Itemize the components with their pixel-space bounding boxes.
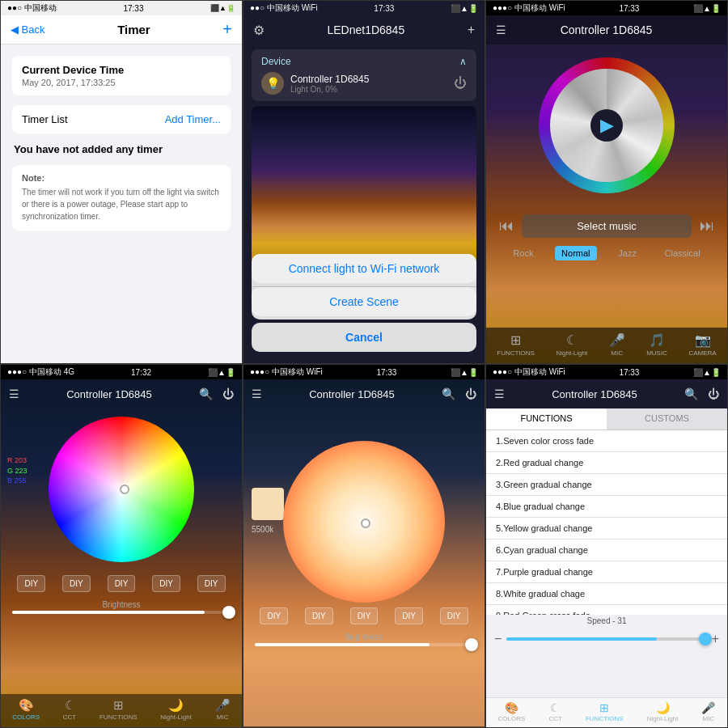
diy-btn-5[interactable]: DIY	[197, 575, 226, 592]
add-button[interactable]: +	[222, 20, 232, 39]
menu-icon-5[interactable]: ☰	[252, 387, 262, 400]
diy-btn-5-4[interactable]: DIY	[395, 607, 423, 624]
slider-thumb-4[interactable]	[222, 606, 235, 619]
genre-normal[interactable]: Normal	[555, 246, 596, 260]
power-icon-4[interactable]: ⏻	[222, 387, 234, 400]
tab-functions[interactable]: FUNCTIONS	[486, 408, 607, 430]
device-info: Controller 1D6845 Light On, 0%	[290, 74, 369, 94]
status-time-1: 17:33	[123, 4, 143, 13]
status-left-5: ●●●○ 中国移动 WiFi	[250, 366, 323, 378]
nav-mic-6[interactable]: 🎤 MIC	[701, 701, 715, 722]
phone-functions: ●●●○ 中国移动 WiFi 17:33 ⬛▲🔋 ☰ Controller 1D…	[485, 364, 728, 728]
connect-wifi-button[interactable]: Connect light to Wi-Fi network	[252, 254, 476, 283]
nav-cct-6[interactable]: ☾ CCT	[548, 701, 561, 722]
search-icon-6[interactable]: 🔍	[684, 387, 698, 400]
nav-night-light[interactable]: ☾ Night-Light	[556, 332, 587, 357]
speed-plus-button[interactable]: +	[712, 632, 719, 646]
speed-thumb[interactable]	[699, 633, 712, 645]
search-icon-4[interactable]: 🔍	[199, 387, 213, 400]
function-item-9[interactable]: 9.Red Green cross fade	[486, 605, 727, 615]
status-right-5: ⬛▲🔋	[451, 368, 478, 377]
power-icon-6[interactable]: ⏻	[708, 387, 719, 400]
nav-cct[interactable]: ☾ CCT	[63, 698, 76, 721]
nav-functions-6[interactable]: ⊞ FUNCTIONS	[586, 701, 624, 722]
brightness-slider-4[interactable]	[12, 611, 231, 614]
status-left-1: ●●○ 中国移动	[7, 2, 57, 14]
cct-circle-container	[243, 441, 485, 603]
tab-customs[interactable]: CUSTOMS	[607, 408, 727, 430]
genre-tabs: Rock Normal Jazz Classical	[486, 243, 727, 264]
status-bar-3: ●●●○ 中国移动 WiFi 17:33 ⬛▲🔋	[486, 1, 727, 15]
music-icon: 🎵	[649, 332, 665, 348]
functions-bottom-nav: 🎨 COLORS ☾ CCT ⊞ FUNCTIONS 🌙 Night-Light…	[486, 697, 727, 727]
status-right-2: ⬛▲🔋	[451, 4, 478, 13]
disc-container: ▶	[486, 44, 727, 206]
diy-btn-4[interactable]: DIY	[152, 575, 180, 592]
menu-icon-6[interactable]: ☰	[494, 387, 505, 400]
status-left-6: ●●●○ 中国移动 WiFi	[493, 366, 565, 378]
function-item-8[interactable]: 8.White gradual chage	[486, 583, 727, 605]
add-timer-link[interactable]: Add Timer...	[165, 113, 221, 125]
cct-circle[interactable]	[283, 441, 445, 603]
select-music-button[interactable]: Select music	[522, 214, 692, 238]
nav-mic[interactable]: 🎤 MIC	[609, 332, 625, 357]
diy-btn-1[interactable]: DIY	[17, 575, 45, 592]
diy-btn-2[interactable]: DIY	[62, 575, 91, 592]
genre-classical[interactable]: Classical	[658, 246, 707, 260]
genre-jazz[interactable]: Jazz	[612, 246, 643, 260]
cancel-button[interactable]: Cancel	[252, 323, 476, 352]
function-item-6[interactable]: 6.Cyan gradual change	[486, 540, 727, 561]
nav-night-4[interactable]: 🌙 Night-Light	[160, 698, 192, 721]
diy-btn-5-5[interactable]: DIY	[440, 607, 468, 624]
function-item-7[interactable]: 7.Purple gradual change	[486, 561, 727, 583]
settings-icon[interactable]: ⚙	[253, 23, 265, 38]
modal-actions: Connect light to Wi-Fi network Create Sc…	[252, 254, 476, 320]
nav-icons-6: 🔍 ⏻	[684, 387, 719, 400]
function-item-3[interactable]: 3.Green gradual change	[486, 474, 727, 496]
brightness-row-5: Brightness	[243, 629, 485, 650]
speed-slider[interactable]	[506, 637, 706, 641]
search-icon-5[interactable]: 🔍	[442, 387, 455, 400]
diy-btn-3[interactable]: DIY	[108, 575, 136, 592]
power-button[interactable]: ⏻	[454, 76, 467, 91]
nav-colors[interactable]: 🎨 COLORS	[12, 698, 40, 721]
plus-icon[interactable]: +	[468, 23, 475, 37]
device-time-section: Current Device Time May 20, 2017, 17:33:…	[12, 56, 231, 95]
timer-nav-title: Timer	[117, 23, 150, 36]
wheel-cursor[interactable]	[120, 485, 129, 494]
power-icon-5[interactable]: ⏻	[465, 387, 476, 400]
rewind-button[interactable]: ⏮	[499, 218, 514, 235]
chevron-up-icon[interactable]: ∧	[459, 56, 467, 67]
function-item-1[interactable]: 1.Seven color cross fade	[486, 430, 727, 452]
device-header: Device ∧	[261, 56, 467, 67]
back-button[interactable]: ◀ Back	[11, 23, 45, 36]
function-item-4[interactable]: 4.Blue gradual change	[486, 496, 727, 518]
cct-cursor[interactable]	[361, 518, 370, 528]
phone-led: ●●○ 中国移动 WiFi 17:33 ⬛▲🔋 ⚙ LEDnet1D6845 +…	[243, 0, 485, 364]
function-item-2[interactable]: 2.Red gradual change	[486, 452, 727, 474]
genre-rock[interactable]: Rock	[506, 246, 540, 260]
nav-camera[interactable]: 📷 CAMERA	[688, 332, 716, 357]
diy-btn-5-2[interactable]: DIY	[305, 607, 333, 624]
play-button[interactable]: ▶	[590, 109, 623, 142]
diy-btn-5-1[interactable]: DIY	[260, 607, 288, 624]
nav-mic-4[interactable]: 🎤 MIC	[215, 698, 231, 721]
create-scene-button[interactable]: Create Scene	[252, 287, 476, 316]
speed-minus-button[interactable]: −	[494, 632, 502, 646]
note-section: Note: The timer will not work if you tur…	[12, 165, 231, 231]
nav-colors-6[interactable]: 🎨 COLORS	[498, 701, 526, 722]
diy-btn-5-3[interactable]: DIY	[350, 607, 379, 624]
color-wheel[interactable]	[49, 417, 194, 562]
nav-night-6[interactable]: 🌙 Night-Light	[647, 701, 679, 722]
function-item-5[interactable]: 5.Yellow gradual change	[486, 518, 727, 540]
menu-icon[interactable]: ☰	[496, 23, 506, 36]
nav-functions[interactable]: ⊞ FUNCTIONS	[497, 332, 535, 357]
brightness-slider-5[interactable]	[255, 643, 473, 646]
nav-functions-4[interactable]: ⊞ FUNCTIONS	[99, 698, 138, 721]
fast-forward-button[interactable]: ⏭	[700, 218, 714, 235]
nav-music[interactable]: 🎵 MUSIC	[646, 332, 667, 357]
camera-icon: 📷	[695, 332, 711, 348]
nav-icons-5: 🔍 ⏻	[442, 387, 476, 400]
menu-icon-4[interactable]: ☰	[9, 387, 19, 400]
slider-thumb-5[interactable]	[465, 638, 478, 651]
